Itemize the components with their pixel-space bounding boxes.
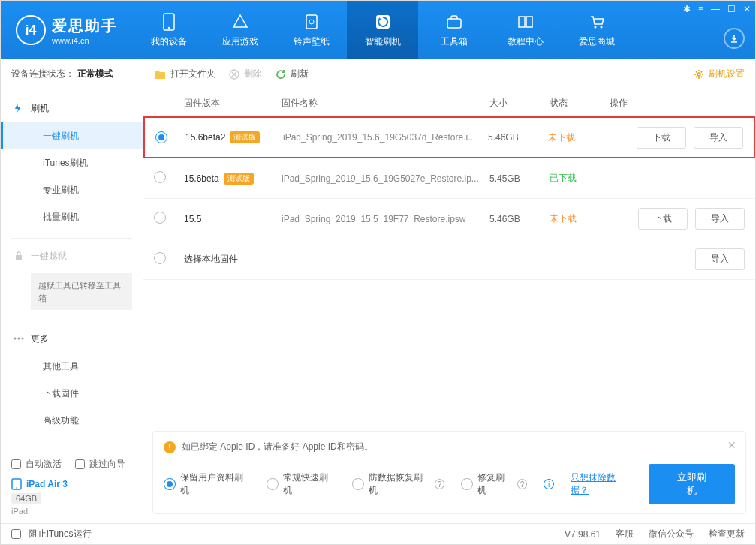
radio-icon[interactable] (154, 171, 166, 183)
table-row[interactable]: 15.6beta2测试版iPad_Spring_2019_15.6_19G503… (143, 116, 755, 158)
sidebar: 设备连接状态：正常模式 刷机 一键刷机 iTunes刷机 专业刷机 批量刷机 一… (1, 59, 143, 523)
svg-point-10 (18, 338, 20, 340)
flash-now-button[interactable]: 立即刷机 (649, 464, 735, 504)
lock-icon (13, 250, 25, 262)
nav-apps[interactable]: 应用游戏 (204, 1, 276, 59)
sidebar-item-oneclick[interactable]: 一键刷机 (1, 122, 143, 149)
import-button[interactable]: 导入 (694, 127, 743, 149)
delete-button: 删除 (229, 68, 262, 80)
svg-point-6 (594, 26, 596, 28)
refresh-icon (374, 13, 392, 31)
help-icon[interactable]: ? (435, 479, 445, 489)
nav-flash[interactable]: 智能刷机 (347, 1, 418, 59)
device-type: iPad (11, 507, 132, 516)
close-info-button[interactable]: ✕ (727, 439, 736, 451)
jailbreak-note: 越狱工具已转移至工具箱 (31, 273, 132, 310)
delete-icon (229, 69, 239, 80)
table-row[interactable]: 选择本地固件导入 (143, 239, 755, 280)
toolbar: 打开文件夹 删除 刷新 刷机设置 (143, 59, 755, 89)
radio-icon[interactable] (155, 131, 167, 143)
option-repair[interactable]: 修复刷机? (461, 471, 527, 497)
import-button[interactable]: 导入 (695, 248, 745, 270)
connection-status: 设备连接状态：正常模式 (1, 59, 143, 89)
sidebar-item-itunes[interactable]: iTunes刷机 (1, 149, 143, 176)
apps-icon (231, 13, 249, 31)
sidebar-item-advanced[interactable]: 高级功能 (1, 407, 143, 434)
maximize-button[interactable]: ☐ (727, 4, 736, 14)
version-label: V7.98.61 (565, 529, 601, 540)
close-button[interactable]: ✕ (743, 4, 751, 14)
download-button[interactable]: 下载 (637, 127, 686, 149)
download-indicator-icon[interactable] (724, 28, 745, 49)
warning-icon: ! (164, 441, 176, 453)
block-itunes-row[interactable]: 阻止iTunes运行 (11, 528, 92, 540)
sidebar-item-pro[interactable]: 专业刷机 (1, 176, 143, 203)
sidebar-group-more[interactable]: 更多 (1, 324, 143, 353)
settings-button[interactable]: 刷机设置 (694, 68, 745, 80)
nav-tutorial[interactable]: 教程中心 (489, 1, 561, 59)
window-btn-1[interactable]: ✱ (683, 4, 691, 14)
skip-guide-checkbox[interactable] (75, 459, 85, 469)
info-icon[interactable]: i (544, 479, 554, 489)
nav-store[interactable]: 爱思商城 (561, 1, 632, 59)
app-header: i4 爱思助手 www.i4.cn 我的设备 应用游戏 铃声壁纸 智能刷机 工具… (1, 1, 755, 59)
cart-icon (588, 13, 606, 31)
erase-link[interactable]: 只想抹除数据？ (571, 471, 632, 497)
app-url: www.i4.cn (52, 36, 118, 45)
radio-icon (352, 478, 364, 490)
sidebar-group-jailbreak: 一键越狱 (1, 242, 143, 270)
minimize-button[interactable]: — (711, 4, 720, 14)
app-logo: i4 爱思助手 www.i4.cn (1, 15, 133, 45)
table-header: 固件版本 固件名称 大小 状态 操作 (143, 89, 755, 116)
th-size: 大小 (489, 97, 550, 110)
footer-link-update[interactable]: 检查更新 (709, 528, 745, 540)
music-icon (303, 13, 321, 31)
nav-ringtone[interactable]: 铃声壁纸 (276, 1, 347, 59)
radio-icon (267, 478, 279, 490)
footer-link-wechat[interactable]: 微信公众号 (649, 528, 694, 540)
more-icon (13, 333, 25, 345)
reload-icon (276, 69, 286, 80)
svg-point-1 (167, 26, 169, 28)
nav-toolbox[interactable]: 工具箱 (418, 1, 489, 59)
toolbox-icon (445, 13, 463, 31)
sidebar-item-download-fw[interactable]: 下载固件 (1, 380, 143, 407)
svg-point-13 (16, 487, 17, 489)
th-name: 固件名称 (282, 97, 489, 110)
option-antirecovery[interactable]: 防数据恢复刷机? (352, 471, 444, 497)
svg-rect-2 (306, 15, 317, 29)
import-button[interactable]: 导入 (695, 208, 745, 230)
tablet-icon (11, 478, 22, 490)
sidebar-group-flash[interactable]: 刷机 (1, 94, 143, 122)
table-row[interactable]: 15.5iPad_Spring_2019_15.5_19F77_Restore.… (143, 199, 755, 239)
auto-activate-row: 自动激活 跳过向导 (1, 450, 143, 478)
radio-icon[interactable] (154, 212, 166, 224)
th-status: 状态 (550, 97, 610, 110)
open-folder-button[interactable]: 打开文件夹 (154, 68, 215, 80)
radio-icon[interactable] (154, 252, 166, 264)
svg-rect-5 (447, 19, 461, 28)
option-keep-data[interactable]: 保留用户资料刷机 (164, 471, 250, 497)
help-icon[interactable]: ? (517, 479, 528, 489)
th-version: 固件版本 (184, 97, 282, 110)
svg-point-3 (309, 20, 314, 24)
window-controls: ✱ ≡ — ☐ ✕ (683, 4, 751, 14)
radio-icon (461, 478, 473, 490)
info-panel: ! 如已绑定 Apple ID，请准备好 Apple ID和密码。 ✕ 保留用户… (152, 431, 746, 514)
footer-link-support[interactable]: 客服 (616, 528, 634, 540)
window-btn-2[interactable]: ≡ (698, 4, 703, 14)
refresh-button[interactable]: 刷新 (276, 68, 309, 80)
svg-point-11 (22, 338, 24, 340)
radio-icon (164, 478, 176, 490)
download-button[interactable]: 下载 (638, 208, 688, 230)
table-row[interactable]: 15.6beta测试版iPad_Spring_2019_15.6_19G5027… (143, 158, 755, 199)
nav-my-device[interactable]: 我的设备 (133, 1, 204, 59)
sidebar-item-batch[interactable]: 批量刷机 (1, 203, 143, 230)
auto-activate-checkbox[interactable] (11, 459, 21, 469)
block-itunes-checkbox[interactable] (11, 529, 21, 539)
app-title: 爱思助手 (52, 16, 118, 36)
sidebar-item-other[interactable]: 其他工具 (1, 353, 143, 380)
svg-point-9 (14, 338, 17, 340)
footer: 阻止iTunes运行 V7.98.61 客服 微信公众号 检查更新 (1, 523, 755, 544)
option-normal[interactable]: 常规快速刷机 (267, 471, 336, 497)
